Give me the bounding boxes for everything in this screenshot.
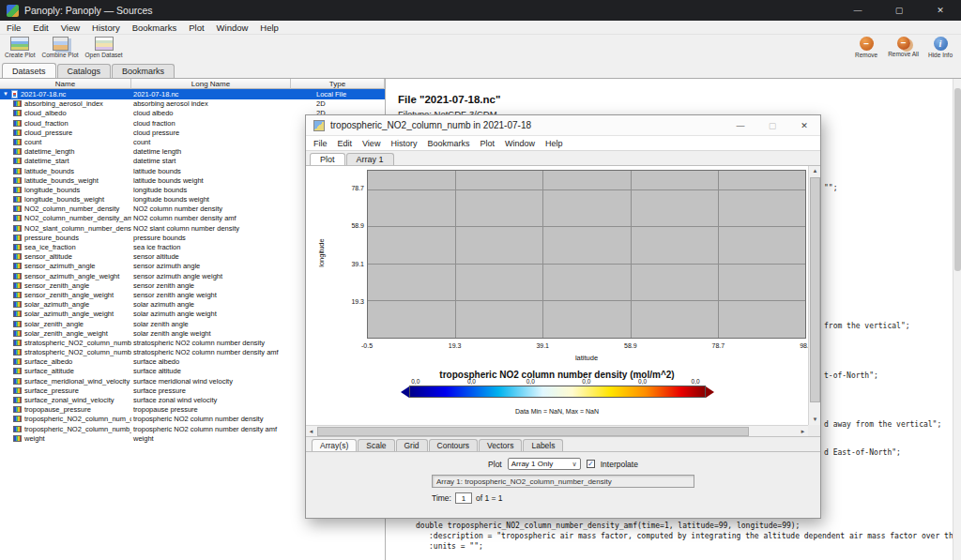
- tab-datasets[interactable]: Datasets: [2, 63, 56, 78]
- menu-item[interactable]: Bookmarks: [427, 139, 469, 148]
- variable-name: cloud_fraction: [24, 119, 69, 128]
- variable-name: longitude_bounds_weight: [24, 195, 104, 204]
- time-stepper[interactable]: 1: [455, 492, 472, 504]
- dataset-root-row-selected[interactable]: ▼ 2021-07-18.nc 2021-07-18.nc Local File: [0, 89, 385, 99]
- tab-arrays[interactable]: Array(s): [312, 439, 357, 451]
- variable-name: solar_azimuth_angle_weight: [24, 310, 114, 318]
- tab-plot[interactable]: Plot: [310, 153, 345, 165]
- scroll-down-icon[interactable]: ▼: [809, 415, 821, 425]
- variable-plot-icon: [13, 301, 22, 308]
- variable-name: NO2_column_number_density_amf: [24, 214, 131, 222]
- column-header-name[interactable]: Name: [0, 79, 131, 89]
- create-plot-button[interactable]: Create Plot: [3, 36, 38, 59]
- info-panel-scrollbar[interactable]: [953, 79, 961, 560]
- menu-item[interactable]: Plot: [480, 139, 495, 148]
- variable-long-name: tropopause pressure: [131, 405, 291, 414]
- metadata-fragment: d away from the vertical";: [824, 420, 941, 429]
- y-tick-label: 58.9: [351, 222, 364, 229]
- variable-name: surface_zonal_wind_velocity: [24, 396, 114, 404]
- variable-plot-icon: [13, 253, 22, 260]
- plot-area[interactable]: [367, 170, 806, 339]
- plot-window: tropospheric_NO2_column_numb in 2021-07-…: [305, 114, 821, 519]
- plot-minimize-button[interactable]: —: [725, 115, 756, 136]
- variable-long-name: surface altitude: [131, 367, 291, 375]
- variable-long-name: datetime start: [131, 157, 291, 165]
- scrollbar-thumb[interactable]: [317, 427, 749, 436]
- menu-item[interactable]: File: [313, 139, 328, 148]
- menu-item[interactable]: View: [61, 23, 80, 33]
- variable-long-name: absorbing aerosol index: [131, 99, 291, 108]
- variable-name: NO2_column_number_density: [24, 204, 119, 213]
- remove-all-button[interactable]: – Remove All: [886, 36, 921, 59]
- plot-window-titlebar[interactable]: tropospheric_NO2_column_numb in 2021-07-…: [306, 115, 820, 136]
- colorbar: 0,00,00,00,00,00,0: [306, 386, 808, 398]
- scrollbar-thumb[interactable]: [810, 177, 820, 402]
- menu-item[interactable]: File: [7, 23, 21, 33]
- maximize-button[interactable]: ▢: [878, 0, 920, 21]
- variable-plot-icon: [13, 148, 22, 155]
- data-range-label: Data Min = NaN, Max = NaN: [306, 408, 808, 415]
- tab-grid[interactable]: Grid: [396, 439, 428, 451]
- x-axis-label: latitude: [367, 354, 806, 362]
- menu-item[interactable]: Bookmarks: [132, 23, 177, 33]
- scrollbar-thumb[interactable]: [954, 88, 961, 271]
- tab-scale[interactable]: Scale: [358, 439, 394, 451]
- plot-vertical-scrollbar[interactable]: ▲ ▼: [808, 166, 820, 425]
- tab-contours[interactable]: Contours: [429, 439, 479, 451]
- minimize-button[interactable]: —: [837, 0, 878, 21]
- menu-item[interactable]: Window: [505, 139, 535, 148]
- combine-plot-button[interactable]: Combine Plot: [40, 36, 81, 59]
- metadata-fragment: "";: [824, 184, 837, 192]
- menu-item[interactable]: History: [390, 139, 417, 148]
- variable-plot-icon: [13, 397, 22, 403]
- plot-select-label: Plot: [488, 460, 502, 469]
- y-axis-label: longitude: [317, 225, 326, 281]
- variable-plot-icon: [13, 110, 22, 116]
- menu-item[interactable]: Window: [217, 23, 249, 33]
- variable-name: stratospheric_NO2_column_number_...: [24, 348, 131, 356]
- variable-long-name: weight: [131, 434, 291, 443]
- variable-name: sensor_zenith_angle_weight: [24, 291, 114, 299]
- variable-plot-icon: [13, 310, 22, 317]
- column-header-long-name[interactable]: Long Name: [131, 79, 291, 89]
- menu-item[interactable]: History: [92, 23, 120, 33]
- expander-triangle-icon[interactable]: ▼: [3, 91, 8, 97]
- tab-vectors[interactable]: Vectors: [479, 439, 522, 451]
- hide-info-icon: i: [934, 37, 948, 51]
- column-header-type[interactable]: Type: [291, 79, 385, 89]
- hide-info-button[interactable]: i Hide Info: [923, 36, 957, 59]
- menu-item[interactable]: Plot: [189, 23, 204, 33]
- open-dataset-button[interactable]: Open Dataset: [84, 36, 125, 59]
- tab-bookmarks[interactable]: Bookmarks: [112, 64, 175, 78]
- source-tabs: Datasets Catalogs Bookmarks: [0, 63, 961, 79]
- dataset-file-icon: [11, 90, 18, 98]
- colorbar-left-arrow-icon: [401, 386, 409, 398]
- plot-canvas[interactable]: longitude 78.758.939.119.3 -0.519.339.15…: [306, 166, 808, 425]
- variable-plot-icon: [13, 349, 22, 356]
- menu-item[interactable]: Help: [545, 139, 563, 148]
- plot-array-select[interactable]: Array 1 Only ∨: [508, 458, 581, 470]
- variable-row[interactable]: absorbing_aerosol_index absorbing aeroso…: [0, 99, 385, 109]
- scroll-up-icon[interactable]: ▲: [809, 166, 821, 176]
- variable-plot-icon: [13, 378, 22, 385]
- variable-long-name: longitude bounds: [131, 186, 291, 194]
- menu-item[interactable]: Edit: [33, 23, 48, 33]
- menu-item[interactable]: View: [362, 139, 380, 148]
- tab-array-1[interactable]: Array 1: [346, 153, 394, 165]
- window-controls: — ▢ ✕: [837, 0, 961, 21]
- interpolate-checkbox[interactable]: ✓: [587, 460, 595, 468]
- tab-labels[interactable]: Labels: [523, 439, 563, 451]
- plot-close-button[interactable]: ✕: [788, 115, 820, 136]
- variable-long-name: datetime length: [131, 147, 291, 156]
- variable-plot-icon: [13, 426, 22, 432]
- variable-long-name: surface zonal wind velocity: [131, 396, 291, 404]
- plot-maximize-button[interactable]: ▢: [756, 115, 788, 136]
- menu-item[interactable]: Edit: [338, 139, 353, 148]
- menu-item[interactable]: Help: [260, 23, 279, 33]
- remove-button[interactable]: – Remove: [849, 36, 883, 59]
- tab-catalogs[interactable]: Catalogs: [57, 64, 112, 78]
- plot-horizontal-scrollbar[interactable]: ◄ ►: [306, 425, 808, 436]
- variable-long-name: sensor azimuth angle: [131, 262, 291, 270]
- close-button[interactable]: ✕: [920, 0, 961, 21]
- variable-long-name: solar azimuth angle weight: [131, 310, 291, 318]
